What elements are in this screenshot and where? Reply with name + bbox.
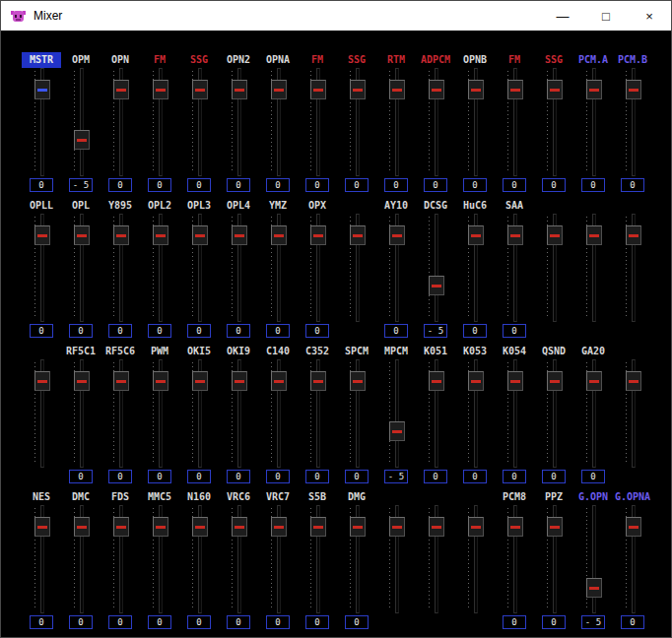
volume-slider-unused[interactable] bbox=[416, 505, 455, 613]
slider-thumb[interactable] bbox=[507, 225, 523, 245]
slider-thumb[interactable] bbox=[271, 517, 287, 537]
slider-thumb[interactable] bbox=[232, 80, 247, 99]
channel-value-fm[interactable]: 0 bbox=[305, 178, 329, 192]
volume-slider-s5b[interactable] bbox=[298, 505, 337, 613]
volume-slider-opna[interactable] bbox=[258, 68, 298, 176]
maximize-button[interactable]: □ bbox=[584, 1, 628, 31]
channel-value-opl[interactable]: 0 bbox=[69, 324, 93, 338]
volume-slider-pcma[interactable] bbox=[573, 68, 613, 176]
slider-thumb[interactable] bbox=[310, 371, 326, 391]
volume-slider-c352[interactable] bbox=[298, 359, 337, 468]
slider-thumb[interactable] bbox=[310, 517, 326, 537]
volume-slider-unused[interactable] bbox=[455, 505, 495, 613]
channel-value-opll[interactable]: 0 bbox=[30, 324, 53, 338]
slider-thumb[interactable] bbox=[192, 80, 208, 99]
slider-thumb[interactable] bbox=[74, 371, 90, 391]
slider-thumb[interactable] bbox=[626, 517, 641, 537]
channel-value-dcsg[interactable]: - 5 bbox=[424, 324, 447, 338]
volume-slider-saa[interactable] bbox=[495, 214, 534, 322]
volume-slider-oki9[interactable] bbox=[219, 359, 258, 468]
slider-thumb[interactable] bbox=[232, 517, 247, 537]
slider-thumb[interactable] bbox=[626, 371, 641, 391]
slider-thumb[interactable] bbox=[34, 225, 50, 245]
volume-slider-nes[interactable] bbox=[22, 505, 61, 613]
channel-value-gopna[interactable]: 0 bbox=[621, 615, 644, 629]
channel-value-qsnd[interactable]: 0 bbox=[542, 470, 566, 483]
channel-value-opx[interactable]: 0 bbox=[305, 324, 329, 338]
slider-thumb[interactable] bbox=[586, 371, 602, 391]
titlebar[interactable]: Mixer — □ × bbox=[1, 1, 671, 31]
channel-value-ssg[interactable]: 0 bbox=[542, 178, 566, 192]
volume-slider-k053[interactable] bbox=[455, 359, 495, 468]
volume-slider-opm[interactable] bbox=[61, 68, 101, 176]
volume-slider-c140[interactable] bbox=[258, 359, 298, 468]
channel-value-n160[interactable]: 0 bbox=[187, 615, 211, 629]
volume-slider-k054[interactable] bbox=[495, 359, 534, 468]
channel-value-opm[interactable]: - 5 bbox=[69, 178, 93, 192]
slider-thumb[interactable] bbox=[389, 80, 405, 99]
volume-slider-unused[interactable] bbox=[613, 214, 652, 322]
slider-thumb[interactable] bbox=[389, 421, 405, 441]
slider-thumb[interactable] bbox=[113, 225, 129, 245]
slider-thumb[interactable] bbox=[547, 517, 563, 537]
volume-slider-opn2[interactable] bbox=[219, 68, 258, 176]
channel-value-vrc6[interactable]: 0 bbox=[227, 615, 250, 629]
channel-value-ppz[interactable]: 0 bbox=[542, 615, 566, 629]
volume-slider-pcm8[interactable] bbox=[495, 505, 534, 613]
slider-thumb[interactable] bbox=[153, 80, 168, 99]
slider-thumb[interactable] bbox=[350, 80, 366, 99]
volume-slider-unused[interactable] bbox=[376, 505, 416, 613]
channel-value-oki9[interactable]: 0 bbox=[227, 470, 250, 483]
slider-thumb[interactable] bbox=[310, 225, 326, 245]
slider-thumb[interactable] bbox=[74, 517, 90, 537]
channel-value-opl4[interactable]: 0 bbox=[227, 324, 250, 338]
slider-thumb[interactable] bbox=[586, 578, 602, 598]
slider-thumb[interactable] bbox=[271, 225, 287, 245]
slider-thumb[interactable] bbox=[192, 225, 208, 245]
volume-slider-ymz[interactable] bbox=[258, 214, 298, 322]
channel-value-c140[interactable]: 0 bbox=[266, 470, 290, 483]
channel-value-fm[interactable]: 0 bbox=[503, 178, 526, 192]
channel-value-gopn[interactable]: - 5 bbox=[581, 615, 605, 629]
slider-thumb[interactable] bbox=[547, 225, 563, 245]
channel-value-ssg[interactable]: 0 bbox=[345, 178, 369, 192]
volume-slider-rtm[interactable] bbox=[376, 68, 416, 176]
volume-slider-qsnd[interactable] bbox=[534, 359, 573, 468]
slider-thumb[interactable] bbox=[468, 371, 484, 391]
slider-thumb[interactable] bbox=[586, 225, 602, 245]
channel-value-opnb[interactable]: 0 bbox=[463, 178, 487, 192]
volume-slider-unused[interactable] bbox=[534, 214, 573, 322]
channel-value-adpcm[interactable]: 0 bbox=[424, 178, 447, 192]
volume-slider-vrc6[interactable] bbox=[219, 505, 258, 613]
volume-slider-unused[interactable] bbox=[613, 359, 652, 468]
volume-slider-opl4[interactable] bbox=[219, 214, 258, 322]
slider-thumb[interactable] bbox=[389, 517, 405, 537]
volume-slider-opn[interactable] bbox=[101, 68, 140, 176]
channel-value-pwm[interactable]: 0 bbox=[148, 470, 171, 483]
channel-value-ga20[interactable]: 0 bbox=[581, 470, 605, 483]
slider-thumb[interactable] bbox=[429, 517, 444, 537]
volume-slider-pwm[interactable] bbox=[140, 359, 179, 468]
slider-thumb[interactable] bbox=[74, 130, 90, 150]
volume-slider-opl2[interactable] bbox=[140, 214, 179, 322]
volume-slider-opl3[interactable] bbox=[179, 214, 219, 322]
volume-slider-fm[interactable] bbox=[298, 68, 337, 176]
channel-value-pcm8[interactable]: 0 bbox=[503, 615, 526, 629]
slider-thumb[interactable] bbox=[626, 225, 641, 245]
channel-value-ymz[interactable]: 0 bbox=[266, 324, 290, 338]
volume-slider-adpcm[interactable] bbox=[416, 68, 455, 176]
volume-slider-opx[interactable] bbox=[298, 214, 337, 322]
slider-thumb[interactable] bbox=[153, 371, 168, 391]
slider-thumb[interactable] bbox=[74, 225, 90, 245]
slider-thumb[interactable] bbox=[34, 517, 50, 537]
slider-thumb[interactable] bbox=[507, 371, 523, 391]
slider-thumb[interactable] bbox=[153, 517, 168, 537]
minimize-button[interactable]: — bbox=[541, 1, 584, 31]
channel-value-vrc7[interactable]: 0 bbox=[266, 615, 290, 629]
slider-thumb[interactable] bbox=[350, 225, 366, 245]
slider-thumb[interactable] bbox=[429, 371, 444, 391]
channel-value-pcmb[interactable]: 0 bbox=[621, 178, 644, 192]
channel-value-rf5c6[interactable]: 0 bbox=[108, 470, 132, 483]
channel-value-rf5c1[interactable]: 0 bbox=[69, 470, 93, 483]
slider-thumb[interactable] bbox=[507, 80, 523, 99]
